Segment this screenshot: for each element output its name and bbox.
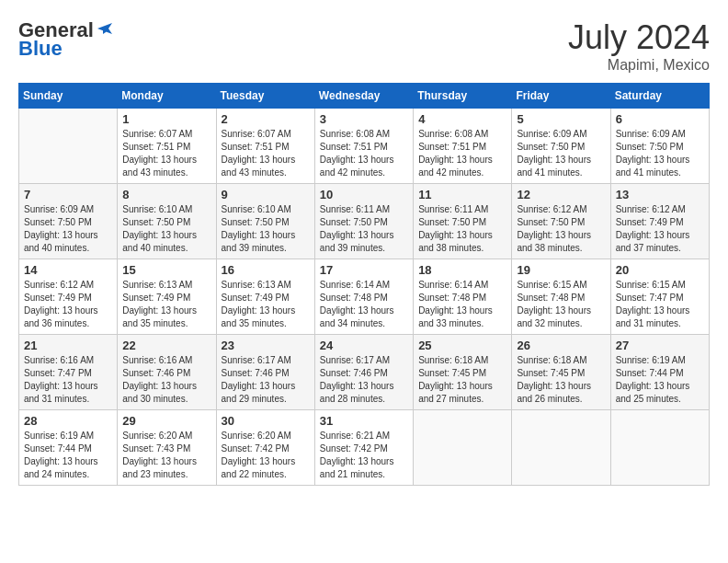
month-year-title: July 2024 [568, 18, 710, 57]
calendar-week-row: 7Sunrise: 6:09 AMSunset: 7:50 PMDaylight… [19, 184, 710, 259]
day-info: Sunrise: 6:15 AMSunset: 7:48 PMDaylight:… [517, 279, 605, 330]
day-number: 13 [616, 188, 704, 201]
day-info: Sunrise: 6:14 AMSunset: 7:48 PMDaylight:… [320, 279, 408, 330]
day-info: Sunrise: 6:11 AMSunset: 7:50 PMDaylight:… [418, 203, 506, 255]
calendar-cell: 16Sunrise: 6:13 AMSunset: 7:49 PMDayligh… [216, 259, 314, 335]
title-area: July 2024 Mapimi, Mexico [568, 18, 710, 74]
calendar-cell: 18Sunrise: 6:14 AMSunset: 7:48 PMDayligh… [414, 259, 512, 335]
day-number: 12 [517, 188, 605, 201]
day-number: 29 [122, 414, 210, 428]
calendar-week-row: 1Sunrise: 6:07 AMSunset: 7:51 PMDaylight… [19, 109, 710, 184]
day-info: Sunrise: 6:17 AMSunset: 7:46 PMDaylight:… [320, 354, 408, 406]
calendar-week-row: 21Sunrise: 6:16 AMSunset: 7:47 PMDayligh… [19, 335, 710, 410]
calendar-cell [414, 410, 512, 486]
day-info: Sunrise: 6:18 AMSunset: 7:45 PMDaylight:… [418, 354, 506, 406]
day-number: 7 [24, 188, 112, 201]
day-number: 27 [616, 339, 704, 352]
calendar-cell: 11Sunrise: 6:11 AMSunset: 7:50 PMDayligh… [414, 184, 512, 259]
calendar-cell: 17Sunrise: 6:14 AMSunset: 7:48 PMDayligh… [314, 259, 413, 335]
calendar-cell [19, 109, 118, 184]
day-number: 5 [517, 112, 605, 126]
day-info: Sunrise: 6:10 AMSunset: 7:50 PMDaylight:… [122, 203, 210, 255]
calendar-cell: 6Sunrise: 6:09 AMSunset: 7:50 PMDaylight… [610, 109, 709, 184]
day-info: Sunrise: 6:13 AMSunset: 7:49 PMDaylight:… [122, 279, 210, 330]
day-info: Sunrise: 6:07 AMSunset: 7:51 PMDaylight:… [122, 128, 210, 179]
day-number: 15 [122, 263, 210, 277]
calendar-cell: 23Sunrise: 6:17 AMSunset: 7:46 PMDayligh… [216, 335, 314, 410]
day-number: 31 [320, 414, 408, 428]
calendar-cell: 20Sunrise: 6:15 AMSunset: 7:47 PMDayligh… [610, 259, 709, 335]
day-info: Sunrise: 6:09 AMSunset: 7:50 PMDaylight:… [24, 203, 112, 255]
calendar-cell: 4Sunrise: 6:08 AMSunset: 7:51 PMDaylight… [414, 109, 512, 184]
day-number: 22 [122, 339, 210, 352]
calendar-cell: 15Sunrise: 6:13 AMSunset: 7:49 PMDayligh… [118, 259, 216, 335]
day-info: Sunrise: 6:20 AMSunset: 7:42 PMDaylight:… [222, 430, 310, 481]
logo-blue: Blue [18, 37, 63, 61]
calendar-cell: 19Sunrise: 6:15 AMSunset: 7:48 PMDayligh… [512, 259, 610, 335]
day-info: Sunrise: 6:18 AMSunset: 7:45 PMDaylight:… [517, 354, 605, 406]
calendar-cell: 22Sunrise: 6:16 AMSunset: 7:46 PMDayligh… [118, 335, 216, 410]
day-info: Sunrise: 6:16 AMSunset: 7:47 PMDaylight:… [24, 354, 112, 406]
day-info: Sunrise: 6:09 AMSunset: 7:50 PMDaylight:… [517, 128, 605, 179]
day-info: Sunrise: 6:08 AMSunset: 7:51 PMDaylight:… [320, 128, 408, 179]
header-tuesday: Tuesday [216, 84, 314, 109]
calendar-cell: 2Sunrise: 6:07 AMSunset: 7:51 PMDaylight… [216, 109, 314, 184]
calendar-cell: 8Sunrise: 6:10 AMSunset: 7:50 PMDaylight… [118, 184, 216, 259]
day-number: 4 [418, 112, 506, 126]
day-info: Sunrise: 6:15 AMSunset: 7:47 PMDaylight:… [616, 279, 704, 330]
day-number: 10 [320, 188, 408, 201]
day-info: Sunrise: 6:19 AMSunset: 7:44 PMDaylight:… [24, 430, 112, 481]
day-info: Sunrise: 6:16 AMSunset: 7:46 PMDaylight:… [122, 354, 210, 406]
day-info: Sunrise: 6:19 AMSunset: 7:44 PMDaylight:… [616, 354, 704, 406]
day-info: Sunrise: 6:09 AMSunset: 7:50 PMDaylight:… [616, 128, 704, 179]
calendar-cell: 10Sunrise: 6:11 AMSunset: 7:50 PMDayligh… [314, 184, 413, 259]
day-number: 26 [517, 339, 605, 352]
calendar-cell: 25Sunrise: 6:18 AMSunset: 7:45 PMDayligh… [414, 335, 512, 410]
day-number: 1 [122, 112, 210, 126]
calendar-cell: 26Sunrise: 6:18 AMSunset: 7:45 PMDayligh… [512, 335, 610, 410]
day-number: 3 [320, 112, 408, 126]
day-info: Sunrise: 6:13 AMSunset: 7:49 PMDaylight:… [222, 279, 310, 330]
day-number: 14 [24, 263, 112, 277]
day-number: 28 [24, 414, 112, 428]
day-info: Sunrise: 6:12 AMSunset: 7:49 PMDaylight:… [24, 279, 112, 330]
day-info: Sunrise: 6:20 AMSunset: 7:43 PMDaylight:… [122, 430, 210, 481]
calendar-cell: 29Sunrise: 6:20 AMSunset: 7:43 PMDayligh… [118, 410, 216, 486]
calendar-week-row: 14Sunrise: 6:12 AMSunset: 7:49 PMDayligh… [19, 259, 710, 335]
day-info: Sunrise: 6:10 AMSunset: 7:50 PMDaylight:… [222, 203, 310, 255]
header-wednesday: Wednesday [314, 84, 413, 109]
calendar-cell: 7Sunrise: 6:09 AMSunset: 7:50 PMDaylight… [19, 184, 118, 259]
calendar-table: SundayMondayTuesdayWednesdayThursdayFrid… [18, 83, 710, 486]
day-info: Sunrise: 6:08 AMSunset: 7:51 PMDaylight:… [418, 128, 506, 179]
day-number: 16 [222, 263, 310, 277]
day-number: 23 [222, 339, 310, 352]
calendar-cell: 24Sunrise: 6:17 AMSunset: 7:46 PMDayligh… [314, 335, 413, 410]
logo-plane-icon [96, 21, 116, 36]
page-header: General Blue July 2024 Mapimi, Mexico [18, 18, 710, 74]
day-number: 21 [24, 339, 112, 352]
day-number: 6 [616, 112, 704, 126]
calendar-cell [512, 410, 610, 486]
calendar-cell: 9Sunrise: 6:10 AMSunset: 7:50 PMDaylight… [216, 184, 314, 259]
day-number: 24 [320, 339, 408, 352]
day-number: 17 [320, 263, 408, 277]
day-number: 18 [418, 263, 506, 277]
calendar-cell: 31Sunrise: 6:21 AMSunset: 7:42 PMDayligh… [314, 410, 413, 486]
header-monday: Monday [118, 84, 216, 109]
day-info: Sunrise: 6:07 AMSunset: 7:51 PMDaylight:… [222, 128, 310, 179]
day-info: Sunrise: 6:14 AMSunset: 7:48 PMDaylight:… [418, 279, 506, 330]
calendar-cell: 3Sunrise: 6:08 AMSunset: 7:51 PMDaylight… [314, 109, 413, 184]
header-saturday: Saturday [610, 84, 709, 109]
location-subtitle: Mapimi, Mexico [568, 57, 710, 74]
calendar-cell: 5Sunrise: 6:09 AMSunset: 7:50 PMDaylight… [512, 109, 610, 184]
header-sunday: Sunday [19, 84, 118, 109]
header-friday: Friday [512, 84, 610, 109]
day-info: Sunrise: 6:17 AMSunset: 7:46 PMDaylight:… [222, 354, 310, 406]
header-thursday: Thursday [414, 84, 512, 109]
calendar-cell [610, 410, 709, 486]
calendar-cell: 27Sunrise: 6:19 AMSunset: 7:44 PMDayligh… [610, 335, 709, 410]
calendar-week-row: 28Sunrise: 6:19 AMSunset: 7:44 PMDayligh… [19, 410, 710, 486]
calendar-cell: 21Sunrise: 6:16 AMSunset: 7:47 PMDayligh… [19, 335, 118, 410]
logo: General Blue [18, 18, 116, 61]
day-number: 9 [222, 188, 310, 201]
